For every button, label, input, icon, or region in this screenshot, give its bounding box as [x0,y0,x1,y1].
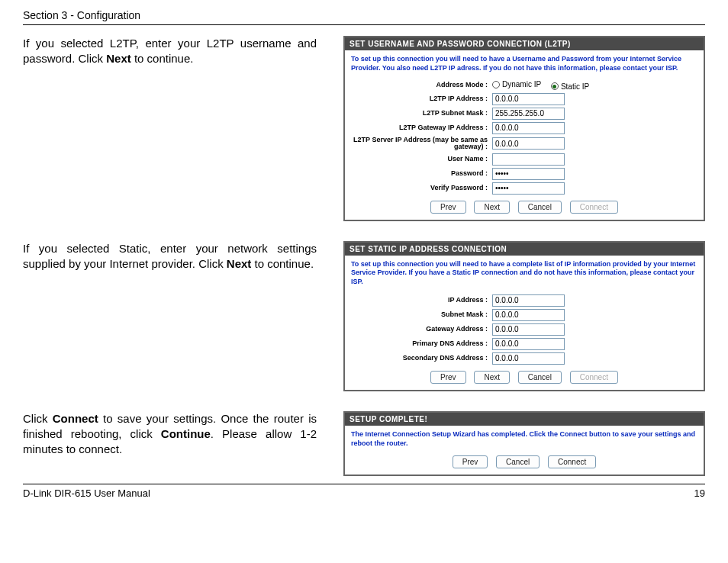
label-verify-password: Verify Password : [351,185,492,192]
radio-static-ip[interactable]: Static IP [551,82,589,91]
instruction-static: If you selected Static, enter your netwo… [23,241,324,272]
input-verify-password[interactable] [492,182,565,195]
input-primary-dns[interactable] [492,338,565,350]
input-secondary-dns[interactable] [492,352,565,365]
label-ip-address: IP Address : [351,297,492,304]
label-l2tp-gateway: L2TP Gateway IP Address : [351,124,492,132]
text-bold: Connect [53,412,98,425]
label-password: Password : [351,170,492,178]
prev-button[interactable]: Prev [430,201,466,214]
label-gateway: Gateway Address : [351,326,492,333]
text-bold: Next [227,257,252,270]
label-l2tp-ip: L2TP IP Address : [351,95,492,103]
panel-complete: SETUP COMPLETE! The Internet Connection … [343,411,705,476]
text: to continue. [251,257,314,270]
row-complete: Click Connect to save your settings. Onc… [23,411,705,476]
input-l2tp-server[interactable] [492,137,565,150]
radio-label: Dynamic IP [502,80,541,88]
panel-title: SETUP COMPLETE! [345,413,704,426]
input-subnet-mask[interactable] [492,309,565,321]
cancel-button[interactable]: Cancel [518,201,562,214]
panel-l2tp: SET USERNAME AND PASSWORD CONNECTION (L2… [343,36,705,221]
text-bold: Continue [161,427,211,440]
footer-page-number: 19 [694,487,705,499]
radio-icon [551,82,559,90]
connect-button: Connect [570,201,618,214]
row-static: If you selected Static, enter your netwo… [23,241,705,391]
input-l2tp-gateway[interactable] [492,122,565,134]
prev-button[interactable]: Prev [453,455,488,468]
text: to continue. [131,52,194,65]
next-button[interactable]: Next [474,201,510,214]
input-l2tp-ip[interactable] [492,93,565,105]
row-l2tp: If you selected L2TP, enter your L2TP us… [23,36,705,221]
prev-button[interactable]: Prev [430,371,466,384]
input-l2tp-mask[interactable] [492,108,565,120]
label-l2tp-server: L2TP Server IP Address (may be same as g… [351,137,492,151]
text: Click [23,412,53,425]
connect-button[interactable]: Connect [548,455,596,468]
panel-intro: The Internet Connection Setup Wizard has… [351,430,697,448]
radio-dynamic-ip[interactable]: Dynamic IP [492,80,541,88]
section-header: Section 3 - Configuration [23,9,705,25]
label-subnet-mask: Subnet Mask : [351,311,492,319]
panel-title: SET USERNAME AND PASSWORD CONNECTION (L2… [345,37,704,50]
page-footer: D-Link DIR-615 User Manual 19 [23,484,705,499]
label-address-mode: Address Mode : [351,82,492,89]
label-username: User Name : [351,156,492,163]
panel-title: SET STATIC IP ADDRESS CONNECTION [345,243,704,256]
radio-icon [492,81,500,88]
input-username[interactable] [492,153,565,166]
cancel-button[interactable]: Cancel [518,371,562,384]
input-ip-address[interactable] [492,294,565,307]
label-l2tp-mask: L2TP Subnet Mask : [351,110,492,117]
connect-button: Connect [570,371,618,384]
instruction-l2tp: If you selected L2TP, enter your L2TP us… [23,36,324,67]
next-button[interactable]: Next [474,371,510,384]
panel-intro: To set up this connection you will need … [351,55,697,72]
radio-label: Static IP [561,82,589,91]
input-password[interactable] [492,168,565,180]
panel-intro: To set up this connection you will need … [351,260,697,287]
footer-left: D-Link DIR-615 User Manual [23,487,150,499]
cancel-button[interactable]: Cancel [496,455,540,468]
label-secondary-dns: Secondary DNS Address : [351,355,492,362]
panel-static: SET STATIC IP ADDRESS CONNECTION To set … [343,241,705,391]
text-bold: Next [106,52,131,65]
input-gateway[interactable] [492,323,565,336]
instruction-complete: Click Connect to save your settings. Onc… [23,411,324,458]
label-primary-dns: Primary DNS Address : [351,340,492,348]
